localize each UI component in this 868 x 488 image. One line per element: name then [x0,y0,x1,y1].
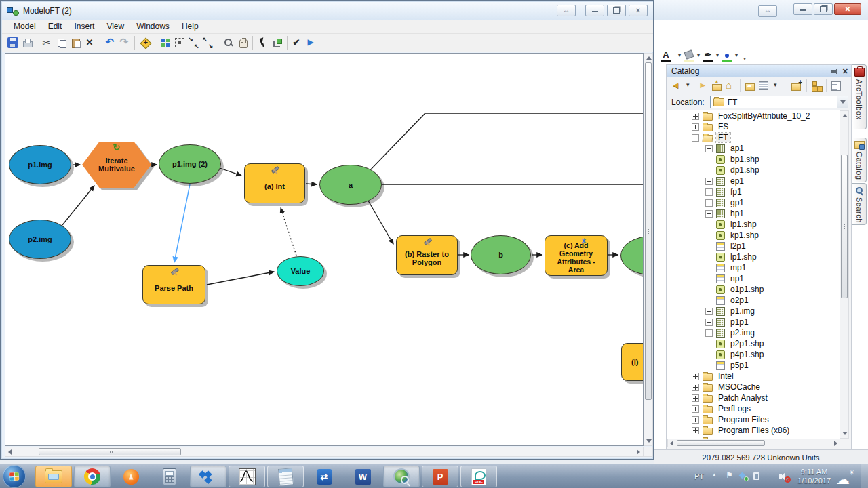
tree-item-label[interactable]: l2p1 [728,241,748,251]
scroll-down-icon[interactable] [646,439,652,443]
tree-item-label[interactable]: dp1.shp [728,165,762,175]
tree-row[interactable]: Patch Analyst [667,392,840,403]
tree-item-label[interactable]: p1.img [728,306,757,316]
canvas-hscroll-thumb[interactable] [39,448,181,455]
tree-row[interactable]: p5p1 [667,360,840,371]
tree-item-label[interactable]: PerfLogs [716,404,753,413]
expander-icon[interactable] [692,373,699,380]
toolbar-button[interactable] [201,36,215,50]
toolbar-button[interactable] [235,36,250,50]
scroll-right-icon[interactable] [637,449,640,455]
expander-icon[interactable] [705,319,713,326]
canvas-horizontal-scrollbar[interactable] [5,447,644,457]
expander-icon[interactable] [705,329,713,337]
model-node-add-geometry-attributes[interactable]: ✳ (c) Add Geometry Attributes - Area [545,235,608,276]
catalog-toolbar-button[interactable] [740,79,757,92]
tree-item-label[interactable]: hp1 [728,209,746,218]
menu-item[interactable]: View [100,20,130,33]
dropbox-sync-icon[interactable] [738,471,749,482]
close-icon[interactable]: ✕ [842,67,848,76]
tree-item-label[interactable]: mp1 [728,263,748,272]
tab-catalog[interactable]: Catalog [852,138,867,182]
tree-horizontal-scrollbar[interactable] [667,439,840,447]
tree-item-label[interactable]: np1 [728,274,746,283]
tree-row[interactable]: FS [667,121,840,132]
model-node-p1-img-2[interactable]: p1.img (2) [159,144,221,184]
model-node-p2-img[interactable]: p2.img [9,220,71,259]
expander-icon[interactable] [705,188,713,196]
tree-item-label[interactable]: fp1 [728,187,744,197]
toolbar-button[interactable] [218,36,235,50]
line-color-button[interactable]: ✒ [703,49,713,62]
start-button[interactable] [3,465,26,488]
tree-row[interactable]: o2p1 [667,295,840,306]
catalog-toolbar-button[interactable] [770,79,784,92]
menu-item[interactable]: Edit [42,20,68,33]
toolbar-button[interactable] [117,36,132,50]
fill-color-dropdown[interactable]: ▾ [697,52,700,58]
tree-item-label[interactable]: Patch Analyst [716,393,770,403]
expander-icon[interactable] [692,394,699,402]
pin-icon[interactable] [830,67,838,75]
tree-item-label[interactable]: lp1.shp [728,252,759,262]
catalog-toolbar-button[interactable] [683,79,696,92]
model-node-iterate-multivalue[interactable]: Iterate Multivalue ↻ [82,142,151,188]
taskbar-app-chrome[interactable] [74,466,111,487]
toolbar-button[interactable] [172,36,186,50]
location-combobox[interactable]: FT [710,96,848,108]
marker-color-dropdown[interactable]: ▾ [735,52,738,58]
catalog-toolbar-button[interactable] [724,79,737,92]
taskbar-app-calculator[interactable] [151,466,188,487]
tree-item-label[interactable]: p2p1.shp [728,339,766,348]
clock[interactable]: 9:11 AM 1/10/2017 [797,468,831,485]
tree-item-label[interactable]: ep1 [728,176,746,186]
taskbar-app-word[interactable]: W [344,466,381,487]
model-canvas[interactable]: p1.img p2.img Iterate Multivalue ↻ p1.im… [5,53,644,446]
model-node-parse-path[interactable]: Parse Path [142,265,205,304]
tree-row[interactable]: p2.img [667,327,840,338]
model-minimize-button[interactable] [585,5,604,16]
tree-item-label[interactable]: Program Files [716,415,771,424]
model-restore-button[interactable] [607,5,626,16]
model-node-l-clipped[interactable]: (l) [621,343,644,381]
tree-row[interactable]: p4p1.shp [667,349,840,360]
model-node-p1-img[interactable]: p1.img [9,145,71,184]
taskbar-app-teamviewer[interactable]: ⇄ [306,466,342,487]
tree-item-label[interactable]: ap1 [728,144,746,153]
tree-row[interactable]: Program Files [667,414,840,425]
expander-icon[interactable] [705,199,713,207]
tree-row[interactable]: mp1 [667,262,840,273]
tree-row[interactable]: Intel [667,371,840,382]
expander-icon[interactable] [705,308,713,315]
menu-item[interactable]: Help [176,20,205,33]
tree-row[interactable]: o1p1.shp [667,284,840,295]
taskbar-app-powerpoint[interactable]: P [422,466,458,487]
tree-row[interactable]: Program Files (x86) [667,425,840,436]
power-plan-icon[interactable] [751,471,762,482]
toolbar-button[interactable] [68,36,83,50]
expander-icon[interactable] [692,123,699,131]
toolbar-button[interactable] [186,36,201,50]
expander-icon[interactable] [705,145,713,152]
expander-icon[interactable] [705,210,713,218]
model-node-raster-to-polygon[interactable]: (b) Raster to Polygon [396,235,458,275]
model-close-button[interactable]: ✕ [629,5,648,16]
tree-item-label[interactable]: FT [716,133,730,142]
tree-item-label[interactable]: MSOCache [716,382,762,392]
tree-row[interactable]: FT [667,132,840,143]
expander-icon[interactable] [692,416,699,424]
tree-item-label[interactable]: bp1.shp [728,155,762,164]
font-color-dropdown[interactable]: ▾ [678,52,681,58]
tree-item-label[interactable]: p2.img [728,328,757,338]
catalog-toolbar-button[interactable] [669,79,683,92]
tree-hscroll-thumb[interactable] [677,440,765,446]
toolbar-button[interactable] [287,36,304,50]
tree-row[interactable]: PerfLogs [667,403,840,414]
taskbar-app-pdf-reader[interactable]: PDF [460,466,497,487]
menu-item[interactable]: Insert [68,20,100,33]
taskbar-app-dropbox[interactable] [190,466,226,487]
tree-row[interactable]: ep1 [667,176,840,186]
toolbar-button[interactable] [37,36,54,50]
scroll-left-icon[interactable] [8,449,12,455]
expander-icon[interactable] [692,134,699,142]
